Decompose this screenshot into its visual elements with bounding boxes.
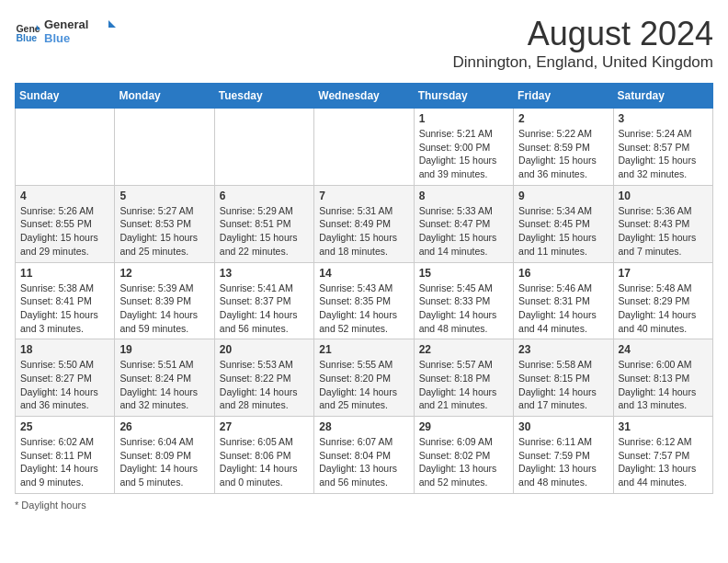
day-number: 20	[220, 343, 309, 356]
header-cell-thursday: Thursday	[414, 84, 513, 109]
week-row-1: 1Sunrise: 5:21 AM Sunset: 9:00 PM Daylig…	[16, 109, 713, 186]
day-cell: 10Sunrise: 5:36 AM Sunset: 8:43 PM Dayli…	[613, 185, 712, 262]
day-number: 25	[20, 420, 109, 433]
day-cell: 5Sunrise: 5:27 AM Sunset: 8:53 PM Daylig…	[115, 185, 214, 262]
day-number: 19	[119, 343, 209, 356]
day-number: 10	[619, 190, 708, 202]
day-cell: 24Sunrise: 6:00 AM Sunset: 8:13 PM Dayli…	[613, 339, 712, 417]
day-number: 11	[20, 267, 109, 280]
day-number: 30	[518, 420, 608, 433]
day-info: Sunrise: 5:39 AM Sunset: 8:39 PM Dayligh…	[119, 282, 209, 336]
week-row-4: 18Sunrise: 5:50 AM Sunset: 8:27 PM Dayli…	[16, 339, 713, 417]
day-cell: 11Sunrise: 5:38 AM Sunset: 8:41 PM Dayli…	[16, 262, 115, 339]
day-info: Sunrise: 5:33 AM Sunset: 8:47 PM Dayligh…	[419, 204, 508, 259]
day-cell: 14Sunrise: 5:43 AM Sunset: 8:35 PM Dayli…	[314, 262, 414, 339]
day-number: 2	[518, 112, 608, 125]
day-info: Sunrise: 5:51 AM Sunset: 8:24 PM Dayligh…	[119, 358, 209, 412]
day-cell: 8Sunrise: 5:33 AM Sunset: 8:47 PM Daylig…	[414, 185, 513, 262]
calendar-header: SundayMondayTuesdayWednesdayThursdayFrid…	[16, 84, 713, 109]
day-number: 5	[119, 190, 209, 202]
day-info: Sunrise: 5:24 AM Sunset: 8:57 PM Dayligh…	[619, 127, 708, 181]
day-info: Sunrise: 6:09 AM Sunset: 8:02 PM Dayligh…	[419, 435, 508, 489]
day-cell	[314, 109, 414, 186]
day-cell: 16Sunrise: 5:46 AM Sunset: 8:31 PM Dayli…	[514, 262, 613, 339]
day-cell: 20Sunrise: 5:53 AM Sunset: 8:22 PM Dayli…	[214, 339, 313, 417]
day-cell: 22Sunrise: 5:57 AM Sunset: 8:18 PM Dayli…	[414, 339, 513, 417]
day-number: 17	[619, 267, 708, 280]
day-number: 27	[220, 420, 309, 433]
day-number: 6	[220, 190, 309, 202]
day-number: 24	[619, 343, 708, 356]
day-number: 16	[518, 267, 608, 280]
day-info: Sunrise: 6:11 AM Sunset: 7:59 PM Dayligh…	[518, 435, 608, 489]
day-number: 1	[419, 112, 508, 125]
day-number: 28	[319, 420, 408, 433]
svg-text:General: General	[44, 17, 88, 31]
day-number: 13	[220, 267, 309, 280]
logo: General Blue General Blue	[15, 15, 118, 48]
day-info: Sunrise: 6:07 AM Sunset: 8:04 PM Dayligh…	[319, 435, 408, 489]
day-number: 23	[518, 343, 608, 356]
day-info: Sunrise: 5:57 AM Sunset: 8:18 PM Dayligh…	[419, 358, 508, 412]
day-number: 29	[419, 420, 508, 433]
day-number: 22	[419, 343, 508, 356]
svg-text:Blue: Blue	[16, 32, 37, 43]
day-info: Sunrise: 6:05 AM Sunset: 8:06 PM Dayligh…	[220, 435, 309, 489]
calendar-table: SundayMondayTuesdayWednesdayThursdayFrid…	[15, 83, 713, 494]
day-number: 14	[319, 267, 408, 280]
day-number: 9	[518, 190, 608, 202]
week-row-2: 4Sunrise: 5:26 AM Sunset: 8:55 PM Daylig…	[16, 185, 713, 262]
day-info: Sunrise: 5:43 AM Sunset: 8:35 PM Dayligh…	[319, 282, 408, 336]
header-cell-wednesday: Wednesday	[314, 84, 414, 109]
location-title: Dinnington, England, United Kingdom	[452, 53, 713, 72]
day-info: Sunrise: 5:31 AM Sunset: 8:49 PM Dayligh…	[319, 204, 408, 259]
day-cell: 17Sunrise: 5:48 AM Sunset: 8:29 PM Dayli…	[613, 262, 712, 339]
day-cell: 13Sunrise: 5:41 AM Sunset: 8:37 PM Dayli…	[214, 262, 313, 339]
header-cell-saturday: Saturday	[613, 84, 712, 109]
day-cell: 21Sunrise: 5:55 AM Sunset: 8:20 PM Dayli…	[314, 339, 414, 417]
day-cell: 7Sunrise: 5:31 AM Sunset: 8:49 PM Daylig…	[314, 185, 414, 262]
day-info: Sunrise: 5:29 AM Sunset: 8:51 PM Dayligh…	[220, 204, 309, 259]
day-info: Sunrise: 6:12 AM Sunset: 7:57 PM Dayligh…	[619, 435, 708, 489]
day-info: Sunrise: 5:38 AM Sunset: 8:41 PM Dayligh…	[20, 282, 109, 336]
day-cell: 27Sunrise: 6:05 AM Sunset: 8:06 PM Dayli…	[214, 417, 313, 494]
day-cell: 2Sunrise: 5:22 AM Sunset: 8:59 PM Daylig…	[514, 109, 613, 186]
day-cell: 9Sunrise: 5:34 AM Sunset: 8:45 PM Daylig…	[514, 185, 613, 262]
day-number: 31	[619, 420, 708, 433]
day-info: Sunrise: 5:45 AM Sunset: 8:33 PM Dayligh…	[419, 282, 508, 336]
day-cell: 23Sunrise: 5:58 AM Sunset: 8:15 PM Dayli…	[514, 339, 613, 417]
day-cell: 12Sunrise: 5:39 AM Sunset: 8:39 PM Dayli…	[115, 262, 214, 339]
header-cell-friday: Friday	[514, 84, 613, 109]
day-info: Sunrise: 5:53 AM Sunset: 8:22 PM Dayligh…	[220, 358, 309, 412]
day-info: Sunrise: 6:04 AM Sunset: 8:09 PM Dayligh…	[119, 435, 209, 489]
day-number: 26	[119, 420, 209, 433]
day-number: 8	[419, 190, 508, 202]
day-cell: 4Sunrise: 5:26 AM Sunset: 8:55 PM Daylig…	[16, 185, 115, 262]
logo-text: General Blue	[44, 15, 118, 48]
page-header: General Blue General Blue August 2024 Di…	[15, 15, 713, 72]
day-cell: 19Sunrise: 5:51 AM Sunset: 8:24 PM Dayli…	[115, 339, 214, 417]
month-title: August 2024	[452, 15, 713, 53]
day-cell: 30Sunrise: 6:11 AM Sunset: 7:59 PM Dayli…	[514, 417, 613, 494]
day-number: 4	[20, 190, 109, 202]
title-area: August 2024 Dinnington, England, United …	[452, 15, 713, 72]
day-info: Sunrise: 5:50 AM Sunset: 8:27 PM Dayligh…	[20, 358, 109, 412]
svg-text:Blue: Blue	[44, 31, 70, 45]
day-cell: 26Sunrise: 6:04 AM Sunset: 8:09 PM Dayli…	[115, 417, 214, 494]
day-cell	[115, 109, 214, 186]
day-number: 15	[419, 267, 508, 280]
day-cell: 1Sunrise: 5:21 AM Sunset: 9:00 PM Daylig…	[414, 109, 513, 186]
header-cell-sunday: Sunday	[16, 84, 115, 109]
header-cell-monday: Monday	[115, 84, 214, 109]
day-cell: 29Sunrise: 6:09 AM Sunset: 8:02 PM Dayli…	[414, 417, 513, 494]
day-cell: 6Sunrise: 5:29 AM Sunset: 8:51 PM Daylig…	[214, 185, 313, 262]
day-info: Sunrise: 5:55 AM Sunset: 8:20 PM Dayligh…	[319, 358, 408, 412]
day-info: Sunrise: 5:46 AM Sunset: 8:31 PM Dayligh…	[518, 282, 608, 336]
footer-note: * Daylight hours	[15, 500, 713, 511]
header-cell-tuesday: Tuesday	[214, 84, 313, 109]
day-cell	[214, 109, 313, 186]
day-info: Sunrise: 5:22 AM Sunset: 8:59 PM Dayligh…	[518, 127, 608, 181]
calendar-body: 1Sunrise: 5:21 AM Sunset: 9:00 PM Daylig…	[16, 109, 713, 494]
day-cell: 25Sunrise: 6:02 AM Sunset: 8:11 PM Dayli…	[16, 417, 115, 494]
day-number: 21	[319, 343, 408, 356]
